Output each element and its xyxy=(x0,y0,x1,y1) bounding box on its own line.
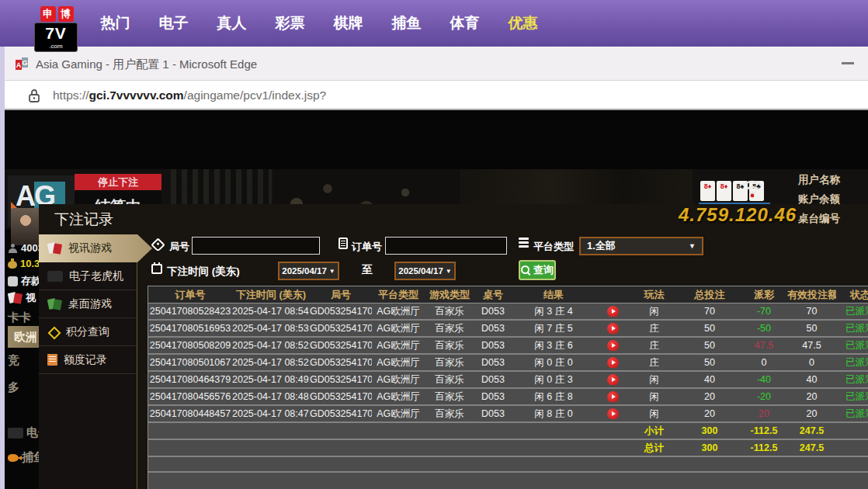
table-cell: 300 xyxy=(679,423,741,439)
nav-item-0[interactable]: 热门 xyxy=(86,13,144,33)
table-cell xyxy=(595,423,630,439)
sidebar-item-2[interactable]: 桌面游戏 xyxy=(39,290,137,318)
date-to-picker[interactable]: 2025/04/17 ▼ xyxy=(394,262,456,280)
table-cell: 玩法 xyxy=(630,286,679,303)
table-cell xyxy=(595,406,630,419)
play-video-button[interactable] xyxy=(607,391,619,402)
search-button[interactable]: 查询 xyxy=(519,260,556,280)
rail-item-3[interactable]: 视 xyxy=(8,291,36,305)
table-cell: 已派彩 xyxy=(836,321,868,336)
play-video-button[interactable] xyxy=(607,340,619,351)
site-logo[interactable]: 申 博 7V .com xyxy=(34,6,79,52)
table-cell xyxy=(595,303,630,317)
round-tag-icon xyxy=(151,238,165,251)
rail-item-2[interactable]: 存款 xyxy=(8,274,41,288)
table-cell: 20 xyxy=(741,406,787,421)
favicon-g: G xyxy=(22,57,28,68)
table-cell: GD053254170TA xyxy=(310,389,372,404)
modal-title: 下注记录 xyxy=(54,210,113,230)
url-text[interactable]: https://gci.7vvvvvv.com/agingame/pcv1/in… xyxy=(53,81,326,110)
table-row-0: 2504170805284232025-04-17 08:54:20GD0532… xyxy=(148,303,868,321)
table-cell: AG欧洲厅 xyxy=(372,372,425,387)
table-cell: D053 xyxy=(474,406,512,421)
chevron-down-icon: ▼ xyxy=(446,268,452,275)
table-cell: 40 xyxy=(787,372,836,387)
search-icon xyxy=(521,265,531,276)
rail-item-label: 卡卡 xyxy=(8,310,31,325)
sidebar-item-3[interactable]: 积分查询 xyxy=(39,318,137,346)
table-row-2: 2504170805082092025-04-17 08:52:46GD0532… xyxy=(148,338,868,355)
table-header: 订单号下注时间 (美东)局号平台类型游戏类型桌号结果玩法总投注派彩有效投注额状态 xyxy=(148,286,868,303)
table-cell: 已派彩 xyxy=(836,389,868,404)
site-logo-sub: .com xyxy=(35,43,77,51)
rail-item-1[interactable]: 10.3 xyxy=(8,258,40,269)
date-from-value: 2025/04/17 xyxy=(282,266,327,276)
order-input[interactable] xyxy=(385,237,507,255)
favicon-a: A xyxy=(16,60,22,70)
edge-titlebar[interactable]: A G Asia Gaming - 用户配置 1 - Microsoft Edg… xyxy=(5,47,868,81)
rail-item-7[interactable]: 多 xyxy=(8,380,19,395)
play-video-button[interactable] xyxy=(607,357,619,368)
table-cell: 百家乐 xyxy=(425,355,474,370)
play-video-button[interactable] xyxy=(607,306,619,317)
rail-item-6[interactable]: 竞 xyxy=(8,353,19,368)
table-cell: 70 xyxy=(787,303,836,319)
table-cell: 百家乐 xyxy=(425,321,474,336)
account-label-0: 用户名称 xyxy=(798,170,868,189)
edge-urlbar[interactable]: https://gci.7vvvvvv.com/agingame/pcv1/in… xyxy=(5,81,868,110)
table-cell: 70 xyxy=(679,303,741,319)
bet-time-label: 下注时间 (美东) xyxy=(167,265,240,279)
minimize-button[interactable] xyxy=(842,62,854,64)
avatar xyxy=(11,208,40,245)
nav-item-7[interactable]: 优惠 xyxy=(494,13,552,33)
subtotal-row: 小计300-112.5247.5 xyxy=(148,423,868,440)
play-video-button[interactable] xyxy=(607,374,619,385)
play-video-button[interactable] xyxy=(607,323,619,334)
table-cell: 300 xyxy=(679,440,741,456)
sidebar-item-0[interactable]: 视讯游戏 xyxy=(39,234,152,262)
nav-item-4[interactable]: 棋牌 xyxy=(319,13,377,33)
sidebar-item-4[interactable]: 额度记录 xyxy=(39,346,137,374)
round-input[interactable] xyxy=(192,237,320,255)
table-cell: 闲 8 庄 0 xyxy=(512,406,595,421)
slot-777-icon xyxy=(47,271,63,282)
table-cell: AG欧洲厅 xyxy=(372,389,425,404)
table-cell: 247.5 xyxy=(787,423,836,439)
nav-item-5[interactable]: 捕鱼 xyxy=(377,13,436,33)
table-cell: 闲 7 庄 5 xyxy=(512,321,595,336)
table-cell: GD053254170TB xyxy=(310,372,372,387)
fish-icon xyxy=(8,454,19,462)
table-cell: 平台类型 xyxy=(372,286,425,303)
table-cell: 结果 xyxy=(512,286,595,303)
table-cell: 游戏类型 xyxy=(425,286,474,303)
table-cell: 闲 6 庄 8 xyxy=(512,389,595,404)
table-cell: 250417080448457 xyxy=(148,406,232,421)
nav-item-3[interactable]: 彩票 xyxy=(261,13,319,33)
nav-item-1[interactable]: 电子 xyxy=(144,13,203,33)
platform-select[interactable]: 1.全部 ▼ xyxy=(579,237,703,255)
table-cell: 闲 0 庄 3 xyxy=(512,372,595,387)
table-cell xyxy=(425,423,474,439)
table-cell: 百家乐 xyxy=(425,406,474,421)
play-video-button[interactable] xyxy=(607,408,619,419)
table-cell: 下注时间 (美东) xyxy=(232,286,310,303)
sidebar-item-1[interactable]: 电子老虎机 xyxy=(39,262,137,290)
table-cell: 47.5 xyxy=(741,338,787,353)
site-topnav: 热门电子真人彩票棋牌捕鱼体育优惠 xyxy=(0,0,868,47)
table-cell: D053 xyxy=(474,372,512,387)
order-label: 订单号 xyxy=(352,240,382,254)
sidebar-item-label: 电子老虎机 xyxy=(69,269,123,283)
table-cell: 百家乐 xyxy=(425,338,474,353)
nav-item-2[interactable]: 真人 xyxy=(203,13,261,33)
moneybag-icon xyxy=(8,258,17,269)
balance-marquee: 4.759.120.46 xyxy=(679,204,797,226)
table-cell xyxy=(474,440,512,456)
table-cell: 闲 xyxy=(630,406,679,421)
table-cell xyxy=(836,423,868,439)
date-from-picker[interactable]: 2025/04/17 ▼ xyxy=(278,262,339,280)
logo-badge-shen: 申 xyxy=(40,6,56,22)
nav-item-6[interactable]: 体育 xyxy=(436,13,494,33)
rail-item-4[interactable]: 卡卡 xyxy=(8,310,31,325)
table-cell: 47.5 xyxy=(787,338,836,353)
table-cell xyxy=(595,389,630,402)
